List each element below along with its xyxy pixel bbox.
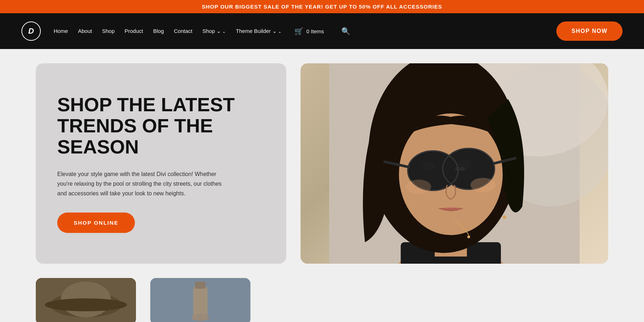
cart-area[interactable]: 🛒 0 Items (294, 27, 324, 35)
nav-link-shop-dropdown[interactable]: Shop ⌄ (203, 28, 226, 34)
nav-item-blog[interactable]: Blog (153, 28, 164, 34)
svg-rect-28 (193, 285, 208, 317)
woman-illustration (301, 63, 608, 264)
nav-item-theme-builder[interactable]: Theme Builder ⌄ (236, 28, 282, 34)
svg-point-22 (406, 180, 431, 194)
svg-point-21 (470, 178, 496, 192)
logo[interactable]: D (21, 21, 41, 41)
nav-item-shop-dropdown[interactable]: Shop ⌄ (203, 28, 226, 34)
svg-rect-29 (195, 282, 206, 289)
hero-photo (301, 63, 608, 264)
nav-item-contact[interactable]: Contact (174, 28, 192, 34)
svg-point-26 (45, 298, 127, 311)
thumb-hat[interactable] (36, 278, 136, 322)
nav-link-home[interactable]: Home (54, 28, 68, 34)
svg-point-20 (467, 235, 470, 238)
shop-online-button[interactable]: SHOP ONLINE (57, 213, 135, 233)
nav-item-about[interactable]: About (78, 28, 92, 34)
nav-right: SHOP NOW (556, 21, 623, 41)
bottom-thumbnails (0, 278, 644, 322)
hero-title: SHOP THE LATEST TRENDS OF THE SEASON (57, 94, 250, 158)
nav-item-home[interactable]: Home (54, 28, 68, 34)
hero-description: Elevate your style game with the latest … (57, 169, 229, 199)
hero-image (301, 63, 608, 264)
nav-links: Home About Shop Product Blog Contact Sho… (54, 28, 282, 34)
logo-letter: D (28, 26, 34, 36)
svg-point-19 (503, 215, 506, 219)
svg-point-17 (422, 162, 435, 171)
nav-item-product[interactable]: Product (125, 28, 143, 34)
svg-point-18 (458, 160, 471, 169)
promo-text: SHOP OUR BIGGEST SALE OF THE YEAR! GET U… (202, 4, 442, 10)
nav-item-shop[interactable]: Shop (102, 28, 114, 34)
promo-banner: SHOP OUR BIGGEST SALE OF THE YEAR! GET U… (0, 0, 644, 13)
nav-link-blog[interactable]: Blog (153, 28, 164, 34)
cart-count: 0 Items (306, 28, 324, 34)
nav-link-theme-builder[interactable]: Theme Builder ⌄ (236, 28, 282, 34)
thumb-bottle[interactable] (150, 278, 250, 322)
main-content: SHOP THE LATEST TRENDS OF THE SEASON Ele… (0, 49, 644, 278)
shop-now-button[interactable]: SHOP NOW (556, 21, 623, 41)
hero-card: SHOP THE LATEST TRENDS OF THE SEASON Ele… (36, 63, 286, 264)
cart-icon: 🛒 (294, 27, 303, 35)
nav-link-contact[interactable]: Contact (174, 28, 192, 34)
nav-link-product[interactable]: Product (125, 28, 143, 34)
svg-point-30 (191, 314, 209, 321)
nav-link-shop[interactable]: Shop (102, 28, 114, 34)
nav-left: D Home About Shop Product Blog Contact S… (21, 21, 350, 41)
navbar: D Home About Shop Product Blog Contact S… (0, 13, 644, 49)
search-icon[interactable]: 🔍 (341, 27, 350, 35)
nav-link-about[interactable]: About (78, 28, 92, 34)
